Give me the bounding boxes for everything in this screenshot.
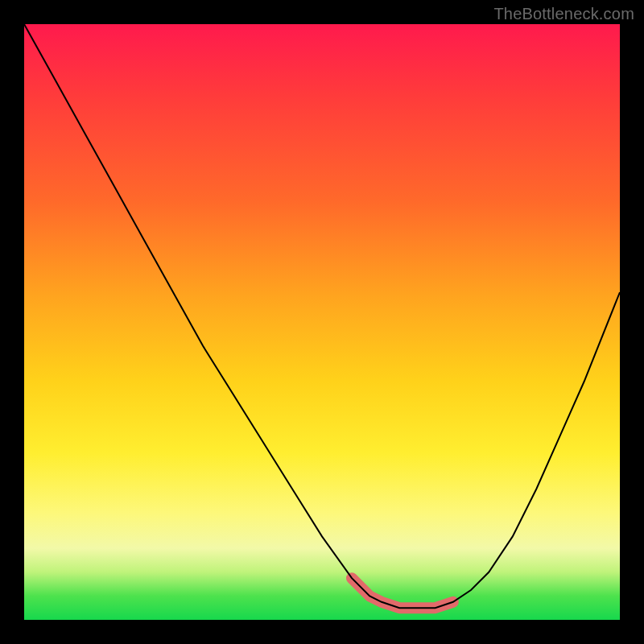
plot-area bbox=[24, 24, 620, 620]
watermark-text: TheBottleneck.com bbox=[493, 5, 634, 23]
bottleneck-curve-svg bbox=[24, 24, 620, 620]
bottleneck-curve bbox=[24, 24, 620, 608]
chart-frame: TheBottleneck.com bbox=[0, 0, 644, 644]
